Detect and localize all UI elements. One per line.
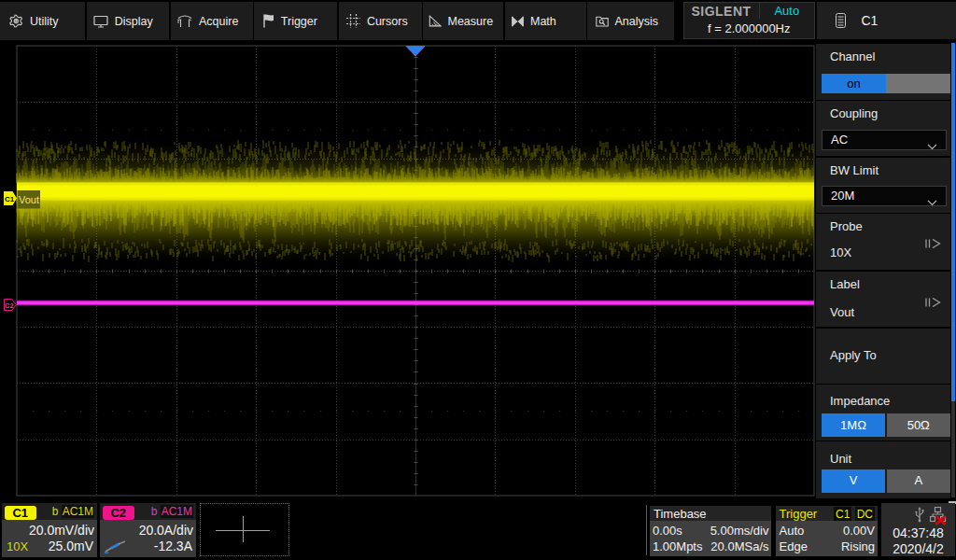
svg-text:Vout: Vout <box>19 194 39 205</box>
svg-text:C2: C2 <box>5 301 14 310</box>
svg-text:C1: C1 <box>5 195 15 203</box>
